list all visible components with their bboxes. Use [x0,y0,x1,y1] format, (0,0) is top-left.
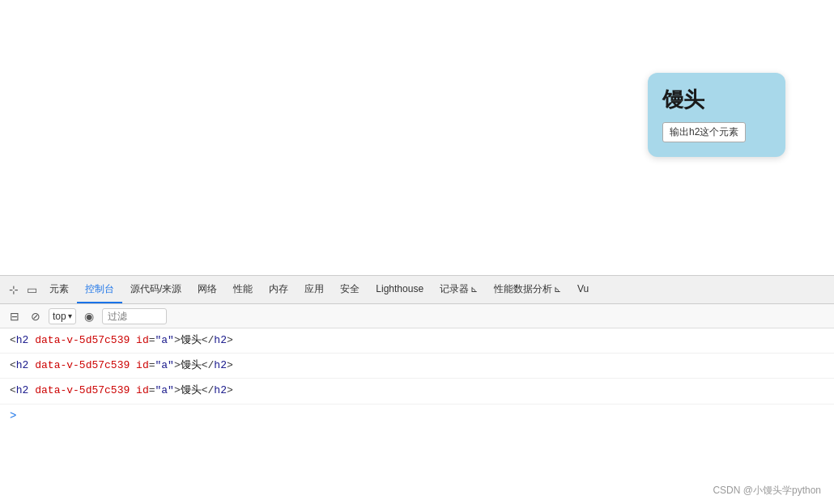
tab-performance[interactable]: 性能 [225,276,261,303]
tooltip-title: 馒头 [662,86,771,114]
tab-security[interactable]: 安全 [332,276,368,303]
tooltip-card: 馒头 输出h2这个元素 [648,73,785,157]
console-toolbar: ⊟ ⊘ top ▾ ◉ [0,304,834,328]
tab-network[interactable]: 网络 [189,276,225,303]
devtools-tab-bar: ⊹ ▭ 元素 控制台 源代码/来源 网络 性能 内存 应用 安全 Lightho… [0,276,834,304]
main-content: 馒头 输出h2这个元素 [0,0,834,275]
console-line-3: <h2 data-v-5d57c539 id="a">馒头</h2> [0,379,834,404]
devtools-inspect-icon[interactable]: ⊹ [5,283,23,296]
clear-console-icon[interactable]: ⊘ [28,308,44,324]
filter-input[interactable] [102,308,167,324]
perf-insights-icon: ⊾ [554,284,561,294]
eye-icon[interactable]: ◉ [81,308,97,324]
context-selector[interactable]: top ▾ [49,308,76,324]
tab-memory[interactable]: 内存 [261,276,296,303]
console-line-2: <h2 data-v-5d57c539 id="a">馒头</h2> [0,354,834,379]
tab-application[interactable]: 应用 [296,276,332,303]
tab-lighthouse[interactable]: Lighthouse [368,276,432,303]
tab-console[interactable]: 控制台 [77,276,122,303]
tab-sources[interactable]: 源代码/来源 [122,276,189,303]
sidebar-toggle-icon[interactable]: ⊟ [6,308,23,324]
context-label: top [53,311,66,322]
devtools-device-icon[interactable]: ▭ [23,283,41,296]
console-line-1: <h2 data-v-5d57c539 id="a">馒头</h2> [0,328,834,354]
output-h2-button[interactable]: 输出h2这个元素 [662,122,746,142]
tab-recorder[interactable]: 记录器 ⊾ [432,276,486,303]
recorder-icon: ⊾ [470,284,478,294]
tab-vue[interactable]: Vu [569,276,597,303]
console-caret: > [0,404,834,427]
watermark: CSDN @小馒头学python [713,484,821,498]
devtools-panel: ⊹ ▭ 元素 控制台 源代码/来源 网络 性能 内存 应用 安全 Lightho… [0,275,834,504]
context-dropdown-icon: ▾ [68,311,72,320]
tab-elements[interactable]: 元素 [41,276,77,303]
console-content: <h2 data-v-5d57c539 id="a">馒头</h2> <h2 d… [0,328,834,504]
tab-perf-insights[interactable]: 性能数据分析 ⊾ [486,276,569,303]
